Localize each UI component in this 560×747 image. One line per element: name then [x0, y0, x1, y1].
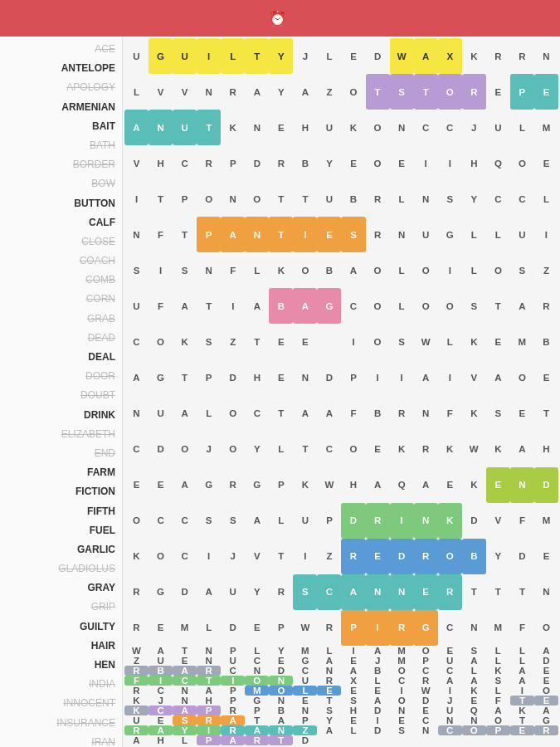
grid-cell-5-15[interactable]: R [366, 217, 390, 252]
grid-cell-17-15[interactable]: F [510, 610, 534, 646]
grid-cell-20-8[interactable]: D [269, 666, 293, 676]
grid-cell-1-15[interactable]: R [462, 74, 486, 110]
word-item-border[interactable]: BORDER [0, 155, 122, 174]
grid-cell-27-10[interactable]: H [149, 735, 173, 745]
grid-cell-17-5[interactable]: P [269, 610, 293, 646]
grid-cell-19-13[interactable]: P [414, 656, 438, 666]
grid-cell-16-10[interactable]: E [414, 574, 438, 610]
grid-cell-0-0[interactable]: U [124, 38, 149, 74]
grid-cell-13-2[interactable]: K [293, 467, 317, 503]
grid-cell-3-9[interactable]: R [269, 145, 293, 181]
grid-cell-5-14[interactable]: S [341, 217, 365, 252]
grid-cell-27-8[interactable]: R [534, 725, 558, 735]
grid-cell-22-14[interactable]: E [366, 686, 390, 696]
grid-cell-5-11[interactable]: T [269, 217, 293, 252]
word-item-elizabeth[interactable]: ELIZABETH [0, 425, 122, 444]
grid-cell-4-7[interactable]: O [197, 181, 221, 217]
grid-cell-13-10[interactable]: E [486, 467, 510, 503]
grid-cell-1-0[interactable]: N [534, 38, 558, 74]
grid-cell-21-4[interactable]: I [149, 676, 173, 686]
grid-cell-18-13[interactable]: E [438, 646, 462, 656]
grid-cell-24-11[interactable]: P [245, 706, 269, 715]
grid-cell-1-6[interactable]: A [245, 74, 269, 110]
grid-cell-5-3[interactable]: C [510, 181, 534, 217]
grid-cell-3-5[interactable]: C [173, 145, 197, 181]
grid-cell-1-9[interactable]: Z [317, 74, 341, 110]
grid-cell-5-0[interactable]: S [438, 181, 462, 217]
grid-cell-6-9[interactable]: N [197, 252, 221, 288]
grid-cell-25-7[interactable]: U [124, 715, 149, 725]
word-item-door[interactable]: DOOR [0, 367, 122, 386]
grid-cell-7-11[interactable]: I [221, 288, 245, 324]
grid-cell-1-12[interactable]: S [390, 74, 414, 110]
grid-cell-15-14[interactable]: E [534, 539, 558, 574]
grid-cell-2-2[interactable]: A [124, 110, 149, 145]
grid-cell-4-4[interactable]: I [124, 181, 149, 217]
grid-cell-5-16[interactable]: N [390, 217, 414, 252]
grid-cell-16-14[interactable]: T [510, 574, 534, 610]
grid-cell-13-14[interactable]: C [149, 503, 173, 539]
grid-cell-20-5[interactable]: R [197, 666, 221, 676]
grid-cell-8-7[interactable]: R [534, 288, 558, 324]
grid-cell-14-13[interactable]: M [534, 503, 558, 539]
grid-cell-15-3[interactable]: T [269, 539, 293, 574]
grid-cell-15-5[interactable]: Z [317, 539, 341, 574]
grid-cell-4-14[interactable]: R [366, 181, 390, 217]
grid-cell-22-2[interactable]: A [510, 676, 534, 686]
grid-cell-6-10[interactable]: F [221, 252, 245, 288]
grid-cell-2-1[interactable]: E [534, 74, 558, 110]
grid-cell-9-6[interactable]: E [486, 324, 510, 359]
grid-cell-9-15[interactable]: E [269, 360, 293, 396]
grid-cell-1-1[interactable]: L [124, 74, 149, 110]
grid-cell-24-5[interactable]: E [534, 696, 558, 706]
grid-cell-26-14[interactable]: N [269, 725, 293, 735]
grid-cell-25-1[interactable]: E [414, 706, 438, 715]
grid-cell-12-13[interactable]: E [149, 467, 173, 503]
grid-cell-4-5[interactable]: T [149, 181, 173, 217]
grid-cell-0-11[interactable]: W [390, 38, 414, 74]
grid-cell-6-8[interactable]: S [173, 252, 197, 288]
grid-cell-7-0[interactable]: L [390, 252, 414, 288]
word-item-armenian[interactable]: ARMENIAN [0, 98, 122, 117]
grid-cell-18-1[interactable]: A [149, 646, 173, 656]
grid-cell-9-7[interactable]: M [510, 324, 534, 359]
grid-cell-25-9[interactable]: S [173, 715, 197, 725]
grid-cell-22-15[interactable]: I [390, 686, 414, 696]
grid-cell-26-16[interactable]: A [317, 725, 341, 735]
grid-cell-19-12[interactable]: M [390, 656, 414, 666]
grid-cell-4-8[interactable]: N [221, 181, 245, 217]
word-item-hair[interactable]: HAIR [0, 637, 122, 656]
grid-cell-0-9[interactable]: E [341, 38, 365, 74]
word-item-apology[interactable]: APOLOGY [0, 78, 122, 97]
grid-cell-7-12[interactable]: A [245, 288, 269, 324]
grid-cell-8-13[interactable]: T [245, 324, 269, 359]
grid-cell-26-1[interactable]: E [390, 715, 414, 725]
grid-cell-14-6[interactable]: R [366, 503, 390, 539]
grid-cell-24-12[interactable]: B [269, 706, 293, 715]
grid-cell-8-16[interactable] [317, 324, 341, 359]
grid-cell-1-10[interactable]: O [341, 74, 365, 110]
grid-cell-15-16[interactable]: G [149, 574, 173, 610]
grid-cell-18-2[interactable]: T [173, 646, 197, 656]
grid-cell-16-8[interactable]: N [366, 574, 390, 610]
grid-cell-18-8[interactable]: L [317, 646, 341, 656]
grid-cell-18-7[interactable]: M [293, 646, 317, 656]
grid-cell-13-8[interactable]: E [438, 467, 462, 503]
grid-cell-14-2[interactable]: L [269, 503, 293, 539]
grid-cell-21-14[interactable]: C [390, 676, 414, 686]
grid-cell-21-3[interactable]: F [124, 676, 149, 686]
grid-cell-18-9[interactable]: I [341, 646, 365, 656]
grid-cell-3-10[interactable]: B [293, 145, 317, 181]
word-item-gladiolus[interactable]: GLADIOLUS [0, 559, 122, 579]
grid-cell-25-6[interactable]: A [534, 706, 558, 715]
grid-cell-12-1[interactable]: T [293, 432, 317, 467]
grid-cell-23-13[interactable]: T [317, 696, 341, 706]
grid-cell-17-2[interactable]: L [197, 610, 221, 646]
grid-cell-2-0[interactable]: P [510, 74, 534, 110]
grid-cell-2-4[interactable]: U [173, 110, 197, 145]
grid-cell-12-5[interactable]: K [390, 432, 414, 467]
grid-cell-13-13[interactable]: O [124, 503, 149, 539]
grid-cell-4-13[interactable]: B [341, 181, 365, 217]
grid-cell-0-14[interactable]: K [462, 38, 486, 74]
grid-cell-21-11[interactable]: R [317, 676, 341, 686]
